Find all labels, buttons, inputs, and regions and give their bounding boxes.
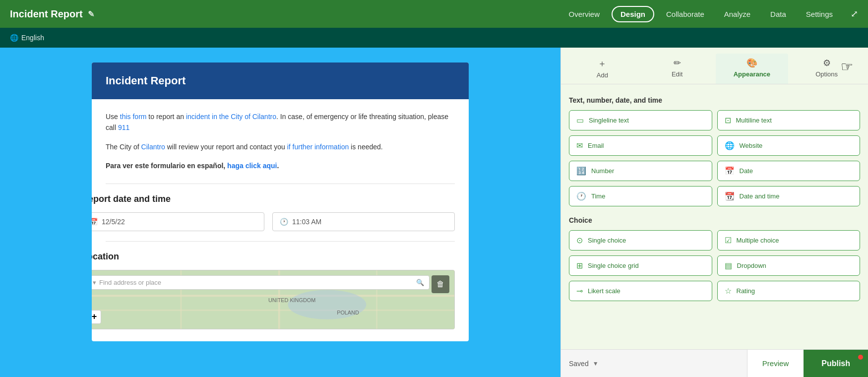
publish-button[interactable]: Publish — [804, 350, 868, 377]
appearance-tab-icon: 🎨 — [746, 58, 757, 68]
edit-title-icon[interactable]: ✎ — [88, 9, 94, 19]
map-container: UNITED KINGDOM POLAND ▾ Find address or … — [92, 270, 455, 329]
saved-dropdown-icon[interactable]: ▼ — [593, 360, 599, 367]
form-desc-link-2[interactable]: incident in the City of Cilantro — [186, 113, 276, 121]
bottom-bar: Saved ▼ Preview Publish — [561, 349, 868, 377]
nav-design[interactable]: Design — [612, 6, 654, 22]
options-tab-icon: ⚙ — [823, 58, 831, 68]
nav-collaborate[interactable]: Collaborate — [658, 7, 712, 21]
tab-add-label: Add — [597, 71, 608, 79]
tab-add[interactable]: ＋ Add — [566, 54, 639, 84]
time-value: 11:03 AM — [292, 218, 321, 226]
form-title: Incident Report — [106, 74, 186, 87]
preview-button[interactable]: Preview — [747, 350, 804, 377]
share-icon[interactable]: ⤢ — [851, 8, 858, 19]
svg-text:UNITED KINGDOM: UNITED KINGDOM — [268, 297, 315, 303]
field-date[interactable]: 📅 Date — [717, 161, 861, 181]
email-icon: ✉ — [576, 141, 583, 150]
saved-section: Saved ▼ — [561, 350, 747, 377]
globe-icon: 🌐 — [10, 34, 18, 42]
svg-text:POLAND: POLAND — [337, 309, 359, 315]
field-likert-scale[interactable]: ⊸ Likert scale — [569, 281, 712, 301]
form-canvas: Incident Report Use this form to report … — [0, 48, 560, 377]
date-icon: 📅 — [725, 166, 735, 176]
map-zoom-button[interactable]: + — [92, 310, 101, 324]
field-single-choice-grid[interactable]: ⊞ Single choice grid — [569, 255, 712, 276]
likert-icon: ⊸ — [576, 286, 583, 296]
multiline-icon: ⊡ — [725, 116, 731, 125]
nav-settings[interactable]: Settings — [798, 7, 841, 21]
app-title-area: Incident Report ✎ — [10, 8, 560, 20]
field-multiline-text[interactable]: ⊡ Multiline text — [717, 110, 861, 130]
nav-analyze[interactable]: Analyze — [716, 7, 758, 21]
publish-notification-dot — [858, 355, 863, 360]
time-icon: 🕐 — [576, 191, 586, 201]
field-number[interactable]: 🔢 Number — [569, 161, 712, 181]
date-input[interactable]: 📅 12/5/22 — [92, 212, 264, 231]
panel-tabs: ＋ Add ✏ Edit 🎨 Appearance ⚙ Options — [561, 48, 868, 84]
form-body: Use this form to report an incident in t… — [92, 99, 469, 341]
nav-overview[interactable]: Overview — [560, 7, 608, 21]
right-panel: ☞ ＋ Add ✏ Edit 🎨 Appearance ⚙ Options — [560, 48, 868, 377]
date-time-row: 📅 12/5/22 🕐 11:03 AM — [92, 212, 455, 231]
choice-field-grid: ⊙ Single choice ☑ Multiple choice ⊞ Sing… — [569, 230, 860, 301]
multiple-choice-icon: ☑ — [725, 236, 732, 245]
form-section-2: 2 Location — [106, 241, 455, 329]
form-desc-link-info[interactable]: if further information — [287, 143, 349, 151]
nav-links: Overview Design Collaborate Analyze Data… — [560, 6, 858, 22]
field-singleline-text[interactable]: ▭ Singleline text — [569, 110, 712, 130]
spanish-link[interactable]: haga click aqui — [227, 162, 277, 170]
field-multiple-choice[interactable]: ☑ Multiple choice — [717, 230, 861, 251]
add-tab-icon: ＋ — [598, 58, 607, 69]
tab-edit-label: Edit — [672, 70, 682, 78]
form-description-3: Para ver este formulario en español, hag… — [106, 160, 455, 171]
main-layout: Incident Report Use this form to report … — [0, 48, 868, 377]
publish-label: Publish — [821, 359, 850, 368]
calendar-icon: 📅 — [92, 218, 98, 226]
field-email[interactable]: ✉ Email — [569, 135, 712, 156]
datetime-icon: 📆 — [725, 191, 735, 201]
text-section-heading: Text, number, date, and time — [569, 96, 860, 104]
field-dropdown[interactable]: ▤ Dropdown — [717, 255, 861, 276]
svg-rect-2 — [92, 310, 454, 311]
edit-tab-icon: ✏ — [674, 58, 681, 68]
language-label: English — [21, 34, 44, 42]
singleline-icon: ▭ — [576, 116, 584, 125]
section-title-2: Location — [92, 251, 455, 262]
map-delete-button[interactable]: 🗑 — [432, 275, 449, 293]
field-date-and-time[interactable]: 📆 Date and time — [717, 186, 861, 206]
tab-appearance-label: Appearance — [734, 70, 770, 78]
website-icon: 🌐 — [725, 141, 735, 150]
number-icon: 🔢 — [576, 166, 586, 176]
field-rating[interactable]: ☆ Rating — [717, 281, 861, 301]
dropdown-arrow-icon: ▾ — [93, 279, 96, 286]
saved-label: Saved — [569, 360, 589, 368]
form-desc-link-911[interactable]: 911 — [118, 124, 129, 131]
rating-icon: ☆ — [725, 286, 732, 296]
language-selector[interactable]: 🌐 English — [10, 34, 44, 42]
field-single-choice[interactable]: ⊙ Single choice — [569, 230, 712, 251]
form-section-1: 1 Report date and time 📅 12/5/22 🕐 — [106, 184, 455, 231]
form-desc-link-city[interactable]: Cilantro — [141, 143, 165, 151]
tab-edit[interactable]: ✏ Edit — [641, 54, 714, 84]
svg-rect-1 — [92, 295, 454, 297]
tab-appearance[interactable]: 🎨 Appearance — [716, 54, 789, 84]
date-value: 12/5/22 — [102, 218, 125, 226]
dropdown-icon: ▤ — [725, 261, 732, 270]
sub-header: 🌐 English — [0, 28, 868, 48]
text-field-grid: ▭ Singleline text ⊡ Multiline text ✉ Ema… — [569, 110, 860, 206]
form-card: Incident Report Use this form to report … — [92, 63, 469, 341]
field-time[interactable]: 🕐 Time — [569, 186, 712, 206]
form-header: Incident Report — [92, 63, 469, 99]
section-title-1: Report date and time — [92, 194, 455, 204]
tab-options[interactable]: ⚙ Options — [790, 54, 863, 84]
time-input[interactable]: 🕐 11:03 AM — [272, 212, 455, 231]
field-website[interactable]: 🌐 Website — [717, 135, 861, 156]
search-icon: 🔍 — [416, 279, 424, 286]
map-search-bar[interactable]: ▾ Find address or place 🔍 — [92, 275, 430, 290]
app-title: Incident Report — [10, 8, 83, 20]
form-desc-link-1[interactable]: this form — [120, 113, 147, 121]
clock-icon: 🕐 — [280, 218, 288, 226]
single-choice-icon: ⊙ — [576, 236, 583, 245]
nav-data[interactable]: Data — [762, 7, 794, 21]
